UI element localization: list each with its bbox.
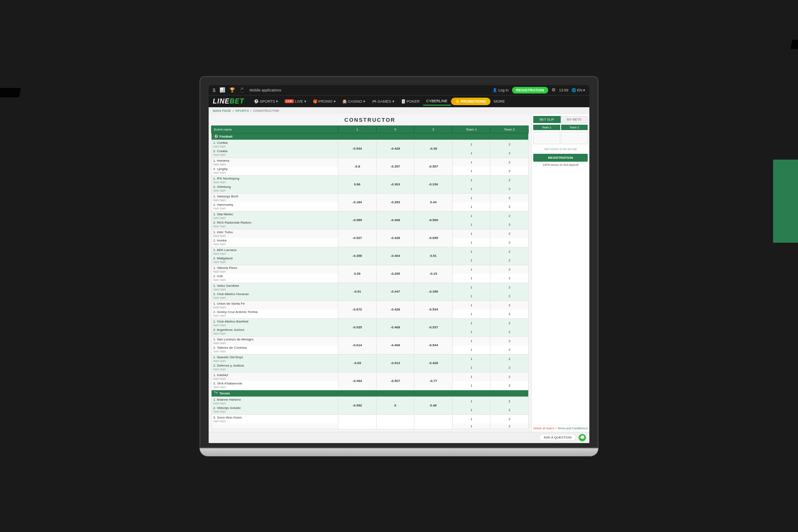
ask-question-icon[interactable]: 💬 xyxy=(579,434,586,441)
bonus-text: 100% bonus on first deposit xyxy=(533,163,588,166)
table-row: 1. San Lorenzo de AlmagroNaN NaN-0.614-0… xyxy=(212,336,529,345)
laptop-base xyxy=(200,448,598,456)
nav-poker[interactable]: 🃏 POKER xyxy=(398,98,423,105)
logo[interactable]: LINEBET xyxy=(213,98,244,105)
page-title: CONSTRUCTOR xyxy=(211,117,529,123)
login-button[interactable]: 👤 Log in xyxy=(493,88,509,92)
team2-input[interactable] xyxy=(561,132,588,144)
settings-icon[interactable]: ⚙ xyxy=(552,87,556,93)
nav-promo[interactable]: 🎁 PROMO ▾ xyxy=(310,98,339,105)
language-selector[interactable]: 🌐 EN ▾ xyxy=(571,88,585,92)
ask-question-button[interactable]: ASK A QUESTION xyxy=(539,434,576,441)
table-row: 1. Viktoria PlzenNaN NaN0.39-0.295-0.151… xyxy=(212,265,529,274)
col-team2: Team 2 xyxy=(490,126,529,133)
table-row: 1. Club Atletico BanfieldNaN NaN-0.025-0… xyxy=(212,318,529,328)
section-header: ⚽Football xyxy=(212,133,529,140)
table-row: 1. HorsensNaN NaN-0.8-0.397-0.50712 xyxy=(212,158,529,167)
dollar-icon[interactable]: $ xyxy=(213,88,215,93)
breadcrumb-main[interactable]: MAIN PAGE xyxy=(213,109,231,113)
table-row: 1. Stal MielecNaN NaN-0.589-0.468-0.5691… xyxy=(212,211,529,220)
delete-all-teams[interactable]: Delete all teams × xyxy=(533,427,557,430)
team-input-row xyxy=(533,132,588,144)
mobile-icon[interactable]: 📱 xyxy=(239,87,245,93)
nav-items: ⚽ SPORTS ▾ LIVE LIVE ▾ 🎁 PROMO ▾ 🎰 CASIN… xyxy=(251,97,508,106)
breadcrumb: MAIN PAGE / SPORTS / CONSTRUCTOR xyxy=(209,107,589,114)
top-bar-right: 👤 Log in REGISTRATION ⚙ 13:59 🌐 EN ▾ xyxy=(493,87,585,94)
content-area: CONSTRUCTOR Event name 1 X 2 Team 1 xyxy=(209,114,589,432)
my-bets-tab[interactable]: MY BETS xyxy=(561,116,588,123)
bet-slip-tabs: BET SLIP MY BETS xyxy=(533,116,588,123)
nav-promotions[interactable]: ⭐ PROMOTIONS xyxy=(451,98,490,105)
terms-and-conditions-link[interactable]: Terms and Conditions ℹ xyxy=(557,427,588,430)
section-header: 🎾Tennis xyxy=(212,390,529,397)
main-content: CONSTRUCTOR Event name 1 X 2 Team 1 xyxy=(209,114,531,432)
table-header-row: Event name 1 X 2 Team 1 Team 2 xyxy=(212,126,529,133)
nav-live[interactable]: LIVE LIVE ▾ xyxy=(281,98,309,105)
constructor-table: Event name 1 X 2 Team 1 Team 2 xyxy=(211,126,529,429)
panel-register-button[interactable]: REGISTRATION xyxy=(533,154,588,162)
col-event: Event name xyxy=(212,126,338,133)
table-row: 1. CoritbaNaN NaN-0.944-0.428-0.3612 xyxy=(212,140,529,149)
breadcrumb-current: CONSTRUCTOR xyxy=(253,109,279,113)
bg-text-right: T xyxy=(785,21,798,116)
team1-header: Team 1 xyxy=(533,125,560,130)
table-row: 1. AEK LarnacaNaN NaN-0.358-0.4040.9112 xyxy=(212,247,529,256)
green-accent-bar xyxy=(773,160,798,243)
ask-question-bar: ASK A QUESTION 💬 xyxy=(209,432,589,443)
table-row: 3. Soon-Woo KwonNaN NaN12 xyxy=(212,414,529,424)
time-display: 13:59 xyxy=(559,88,569,92)
right-panel: BET SLIP MY BETS Team 1 Team 2 xyxy=(531,114,589,432)
bg-text-left: L xyxy=(0,21,22,116)
stats-icon[interactable]: 📊 xyxy=(219,87,225,93)
mobile-apps-label: Mobile applications xyxy=(249,88,281,92)
nav-games[interactable]: 🎮 GAMES ▾ xyxy=(369,98,398,105)
register-button[interactable]: REGISTRATION xyxy=(512,87,548,94)
nav-bar: LINEBET ⚽ SPORTS ▾ LIVE LIVE ▾ 🎁 PROMO ▾… xyxy=(209,95,589,107)
nav-more[interactable]: MORE xyxy=(490,98,508,105)
user-icon: 👤 xyxy=(493,88,497,92)
nav-cyberline[interactable]: CYBERLINE xyxy=(423,97,451,106)
team-header-row: Team 1 Team 2 xyxy=(533,125,588,130)
table-row: 1. IFK NorrköpingNaN NaN0.86-0.363-0.336… xyxy=(212,175,529,185)
table-row: 1. Newells Old BoysNaN NaN-0.69-0.513-0.… xyxy=(212,354,529,363)
col-x: X xyxy=(376,126,414,133)
table-row: 1. Arianne HartonoNaN NaN-0.592X0.4812 xyxy=(212,397,529,406)
table-row: 1. Velez SarsfieldNaN NaN-0.91-0.447-0.3… xyxy=(212,283,529,292)
trophy-icon[interactable]: 🏆 xyxy=(229,87,235,93)
table-row: 1. Union de Santa FeNaN NaN-0.672-0.428-… xyxy=(212,300,529,310)
add-events-text: Add events to the bet slip xyxy=(533,146,588,152)
table-row: 1. Varbergs BoISNaN NaN-0.184-0.2830.441… xyxy=(212,193,529,202)
panel-footer: Delete all teams × Terms and Conditions … xyxy=(533,425,588,430)
live-badge: LIVE xyxy=(285,99,293,103)
team2-header: Team 2 xyxy=(561,125,588,130)
table-row: 1. KAMAZNaN NaN-0.494-0.507-0.7712 xyxy=(212,372,529,381)
team1-input[interactable] xyxy=(533,132,560,144)
bet-slip-tab[interactable]: BET SLIP xyxy=(533,116,561,123)
col-1: 1 xyxy=(338,126,377,133)
col-team1: Team 1 xyxy=(452,126,490,133)
top-bar-left: $ 📊 🏆 📱 Mobile applications xyxy=(213,87,281,93)
col-2: 2 xyxy=(414,126,453,133)
table-row: 1. Inter TurkuNaN NaN-0.527-0.428-0.6951… xyxy=(212,229,529,238)
breadcrumb-sports[interactable]: SPORTS xyxy=(235,109,249,113)
nav-sports[interactable]: ⚽ SPORTS ▾ xyxy=(251,98,281,105)
nav-casino[interactable]: 🎰 CASINO ▾ xyxy=(339,98,369,105)
top-bar: $ 📊 🏆 📱 Mobile applications 👤 Log in R xyxy=(209,85,589,95)
